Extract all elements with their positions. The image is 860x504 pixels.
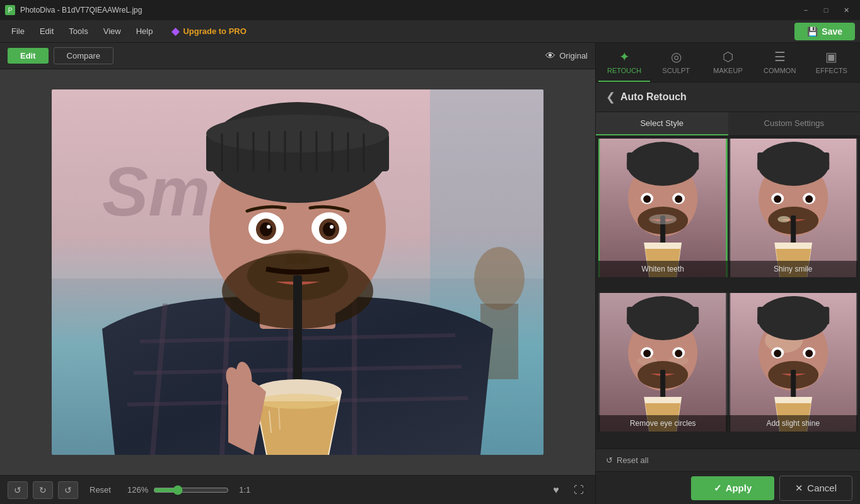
style-thumb-remove-eye: [598, 293, 728, 432]
menubar: File Edit Tools View Help ◆ Upgrade to P…: [0, 20, 860, 43]
panel-footer: ↺ Reset all: [596, 449, 860, 471]
svg-rect-52: [627, 152, 699, 170]
svg-point-35: [267, 225, 270, 229]
panel-title: Auto Retouch: [620, 91, 687, 103]
save-button[interactable]: 💾 Save: [794, 23, 855, 40]
svg-point-55: [643, 195, 651, 203]
save-icon: 💾: [807, 26, 818, 37]
svg-point-67: [805, 195, 813, 203]
right-panel: ✦ RETOUCH ◎ SCULPT ⬡ MAKEUP ☰ COMMON ▣ E…: [595, 43, 860, 504]
svg-point-36: [330, 225, 334, 229]
undo-button[interactable]: ↺: [8, 481, 28, 499]
svg-point-91: [805, 350, 813, 357]
menu-file[interactable]: File: [5, 24, 31, 38]
edit-button[interactable]: Edit: [8, 48, 49, 64]
common-icon: ☰: [774, 49, 786, 64]
svg-rect-87: [757, 307, 829, 324]
svg-point-70: [777, 216, 790, 222]
photo-container: Sm ☠: [52, 89, 543, 455]
check-icon: ✓: [714, 483, 722, 494]
main-layout: Edit Compare 👁 Original: [0, 43, 860, 504]
zoom-slider-container: [153, 485, 229, 495]
apply-button[interactable]: ✓ Apply: [691, 476, 775, 500]
style-remove-eye-circles[interactable]: Remove eye circles: [598, 293, 728, 432]
titlebar-left: P PhotoDiva - B1dVT7QIEAAWreL.jpg: [5, 5, 142, 15]
style-thumb-shiny: [729, 139, 858, 277]
canvas-area: Edit Compare 👁 Original: [0, 43, 595, 504]
photo-canvas[interactable]: Sm ☠: [0, 69, 595, 475]
svg-point-56: [675, 195, 682, 203]
svg-point-33: [260, 222, 272, 236]
style-label-add-shine: Add slight shine: [729, 415, 858, 432]
svg-point-4: [474, 247, 525, 310]
menu-help[interactable]: Help: [130, 24, 160, 38]
style-grid: Whiten teeth: [596, 136, 860, 449]
sub-tab-select-style[interactable]: Select Style: [596, 112, 728, 135]
tab-makeup[interactable]: ⬡ MAKEUP: [702, 43, 753, 82]
tab-common[interactable]: ☰ COMMON: [754, 43, 806, 82]
close-button[interactable]: ✕: [837, 4, 855, 16]
style-whiten-teeth[interactable]: Whiten teeth: [598, 139, 728, 277]
style-add-slight-shine[interactable]: Add slight shine: [729, 293, 858, 432]
reset-history-button[interactable]: ↺: [58, 481, 78, 499]
back-button[interactable]: ❮: [606, 90, 615, 104]
menu-view[interactable]: View: [97, 24, 127, 38]
reset-all-button[interactable]: ↺ Reset all: [606, 455, 850, 465]
status-right: ♥ ⛶: [547, 481, 588, 499]
retouch-icon: ✦: [619, 49, 630, 64]
titlebar-title: PhotoDiva - B1dVT7QIEAAWreL.jpg: [20, 6, 142, 14]
original-button[interactable]: 👁 Original: [545, 50, 588, 62]
fullscreen-button[interactable]: ⛶: [570, 481, 588, 499]
svg-point-90: [774, 350, 781, 357]
reset-label[interactable]: Reset: [83, 483, 117, 497]
zoom-slider[interactable]: [153, 485, 229, 495]
x-icon: ✕: [795, 483, 803, 494]
titlebar-controls[interactable]: − □ ✕: [797, 4, 855, 16]
menu-tools[interactable]: Tools: [62, 24, 94, 38]
zoom-ratio: 1:1: [239, 485, 250, 495]
style-thumb-add-shine: [729, 293, 858, 432]
diamond-icon: ◆: [171, 25, 179, 37]
fit-button[interactable]: ♥: [547, 481, 565, 499]
panel-tabs: ✦ RETOUCH ◎ SCULPT ⬡ MAKEUP ☰ COMMON ▣ E…: [596, 43, 860, 83]
upgrade-button[interactable]: ◆ Upgrade to PRO: [171, 25, 246, 37]
redo-button[interactable]: ↻: [33, 481, 53, 499]
app-icon: P: [5, 5, 15, 15]
tab-sculpt[interactable]: ◎ SCULPT: [650, 43, 702, 82]
makeup-icon: ⬡: [723, 49, 733, 64]
maximize-button[interactable]: □: [817, 4, 835, 16]
style-label-shiny: Shiny smile: [729, 261, 858, 277]
svg-rect-74: [627, 307, 699, 324]
canvas-toolbar: Edit Compare 👁 Original: [0, 43, 595, 69]
style-label-remove-eye: Remove eye circles: [598, 415, 728, 432]
action-bar: ✓ Apply ✕ Cancel: [596, 471, 860, 504]
panel-header: ❮ Auto Retouch: [596, 83, 860, 112]
photo-image: Sm ☠: [52, 89, 543, 455]
minimize-button[interactable]: −: [797, 4, 815, 16]
svg-point-18: [206, 115, 389, 152]
style-label-whiten: Whiten teeth: [598, 261, 728, 277]
effects-icon: ▣: [825, 49, 837, 64]
style-thumb-whiten: [598, 139, 728, 277]
svg-text:Sm: Sm: [102, 152, 210, 230]
svg-point-66: [774, 195, 781, 203]
svg-point-44: [257, 394, 339, 409]
svg-point-79: [643, 350, 651, 357]
reset-icon: ↺: [606, 455, 613, 465]
titlebar: P PhotoDiva - B1dVT7QIEAAWreL.jpg − □ ✕: [0, 0, 860, 20]
status-bar: ↺ ↻ ↺ Reset 126% 1:1 ♥ ⛶: [0, 475, 595, 504]
sub-tab-custom-settings[interactable]: Custom Settings: [728, 112, 861, 135]
eye-icon: 👁: [545, 50, 555, 62]
menu-edit[interactable]: Edit: [33, 24, 60, 38]
tab-effects[interactable]: ▣ EFFECTS: [806, 43, 857, 82]
cancel-button[interactable]: ✕ Cancel: [779, 476, 852, 501]
zoom-level: 126%: [127, 485, 148, 495]
svg-point-34: [323, 222, 335, 236]
tab-retouch[interactable]: ✦ RETOUCH: [598, 43, 650, 82]
svg-point-80: [675, 350, 682, 357]
svg-point-59: [649, 214, 677, 224]
sculpt-icon: ◎: [671, 49, 682, 64]
style-shiny-smile[interactable]: Shiny smile: [729, 139, 858, 277]
compare-button[interactable]: Compare: [54, 47, 113, 64]
sub-tabs: Select Style Custom Settings: [596, 112, 860, 136]
